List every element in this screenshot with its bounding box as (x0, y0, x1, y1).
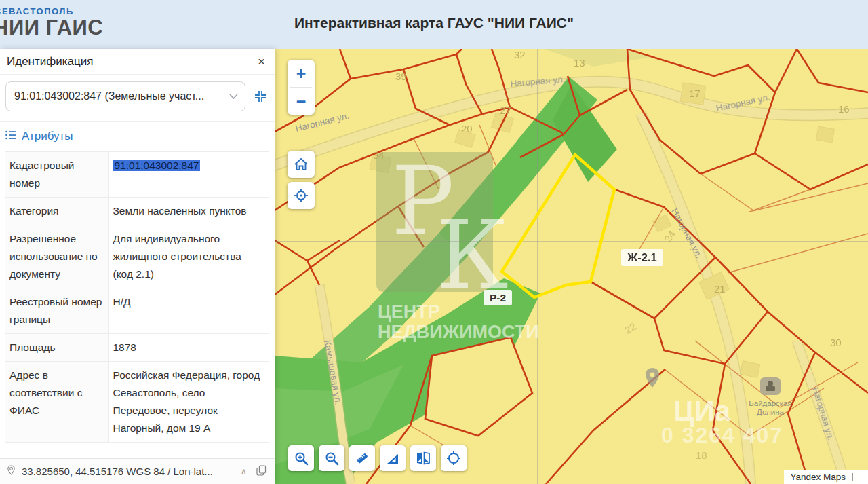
collapse-panel-icon[interactable] (253, 89, 268, 104)
zone-label-r2: Р-2 (484, 290, 512, 305)
home-icon (294, 157, 309, 171)
svg-text:ЦЕНТР: ЦЕНТР (378, 301, 440, 322)
zoom-out-button[interactable]: − (288, 88, 315, 115)
attr-value: Для индивидуального жилищного строительс… (108, 225, 269, 288)
attributes-table: Кадастровый номер 91:01:043002:847 Катег… (5, 151, 269, 443)
svg-text:17: 17 (689, 88, 701, 99)
object-select-value: 91:01:043002:847 (Земельные участ... (14, 90, 225, 103)
highlighted-cadastral-number[interactable]: 91:01:043002:847 (113, 160, 201, 171)
table-row: Адрес в соответствии с ФИАС Российская Ф… (5, 362, 269, 443)
locate-icon (294, 188, 309, 203)
svg-text:20: 20 (461, 123, 473, 134)
location-icon (7, 465, 16, 478)
svg-text:ЦИа: ЦИа (673, 395, 731, 427)
svg-text:39: 39 (395, 71, 407, 82)
tool-zoom-in-button[interactable] (288, 445, 314, 471)
svg-text:13: 13 (574, 57, 585, 69)
compare-layers-icon (416, 451, 431, 465)
panel-header: Идентификация × (0, 49, 275, 75)
attr-value: 1878 (108, 334, 269, 362)
poi-name-line2: Долина (757, 408, 785, 416)
coordinates-text: 33.825650, 44.515176 WGS 84 / Lon-lat... (22, 466, 240, 477)
page-title: Интерактивная карта ГАУС "НИИ ГАИС" (294, 15, 574, 31)
attr-value: Земли населенных пунктов (108, 198, 269, 225)
attr-label: Кадастровый номер (5, 152, 108, 198)
table-row: Категория Земли населенных пунктов (5, 198, 269, 225)
zoom-control: + − (288, 60, 315, 115)
tool-measure-area-button[interactable] (380, 445, 406, 471)
table-row: Реестровый номер границы Н/Д (5, 288, 269, 334)
attr-label: Адрес в соответствии с ФИАС (5, 362, 108, 443)
tool-coordinates-button[interactable] (441, 445, 467, 471)
tool-measure-distance-button[interactable] (349, 445, 375, 471)
object-selector-row: 91:01:043002:847 (Земельные участ... (0, 75, 275, 122)
svg-text:Ж-2.1: Ж-2.1 (627, 251, 656, 263)
svg-text:27: 27 (500, 105, 511, 116)
svg-text:32: 32 (514, 49, 526, 60)
attr-value: Н/Д (108, 288, 269, 334)
svg-text:18: 18 (696, 449, 707, 461)
copy-icon[interactable] (256, 465, 267, 479)
top-header: СЕВАСТОПОЛЬ НИИ ГАИС Интерактивная карта… (0, 0, 868, 49)
chevron-down-icon (229, 91, 238, 102)
tool-zoom-out-button[interactable] (319, 445, 344, 471)
watermark-rk-logo: Р К (376, 147, 509, 310)
coordinates-statusbar: 33.825650, 44.515176 WGS 84 / Lon-lat...… (0, 458, 275, 484)
app-root: СЕВАСТОПОЛЬ НИИ ГАИС Интерактивная карта… (0, 0, 868, 484)
svg-text:21: 21 (714, 283, 726, 295)
attribution-separator (852, 473, 853, 481)
attr-label: Разрешенное использование по документу (5, 225, 108, 288)
aim-circle-icon (446, 451, 461, 466)
locate-button[interactable] (288, 182, 315, 209)
table-row: Площадь 1878 (5, 334, 269, 362)
attr-value: Российская Федерация, город Севастополь,… (108, 362, 269, 443)
svg-text:30: 30 (830, 337, 842, 348)
poi-name-line1: Байдарская (749, 399, 792, 407)
tool-compare-layers-button[interactable] (410, 445, 436, 471)
svg-text:Р-2: Р-2 (490, 292, 506, 303)
home-button[interactable] (288, 151, 315, 178)
svg-text:НЕДВИЖИМОСТИ: НЕДВИЖИМОСТИ (378, 322, 539, 342)
list-icon (5, 130, 16, 143)
logo-city-text: СЕВАСТОПОЛЬ (0, 7, 103, 16)
cadastral-map-layers: Р К ЦЕНТР НЕДВИЖИМОСТИ ЦИа 0 3264 407 (275, 49, 868, 484)
panel-title: Идентификация (7, 55, 93, 69)
attributes-link[interactable]: Атрибуты (22, 130, 73, 143)
close-icon[interactable]: × (258, 55, 265, 68)
svg-text:16: 16 (838, 103, 850, 115)
object-select[interactable]: 91:01:043002:847 (Земельные участ... (5, 81, 245, 111)
map-attribution[interactable]: Yandex Maps (784, 470, 868, 484)
magnifier-minus-icon (325, 451, 339, 466)
zoom-in-button[interactable]: + (288, 60, 315, 87)
svg-text:0 3264 407: 0 3264 407 (661, 423, 783, 447)
svg-text:34: 34 (373, 149, 384, 161)
attribution-text: Yandex Maps (790, 472, 846, 482)
set-square-icon (386, 451, 400, 466)
attr-label: Площадь (5, 334, 108, 362)
logo-org-text: НИИ ГАИС (0, 17, 103, 38)
attr-value: 91:01:043002:847 (108, 152, 269, 198)
site-logo: СЕВАСТОПОЛЬ НИИ ГАИС (0, 7, 103, 38)
ruler-icon (355, 451, 370, 466)
chevron-up-icon[interactable]: ∧ (240, 466, 247, 477)
table-row: Кадастровый номер 91:01:043002:847 (5, 152, 269, 198)
identification-panel: Идентификация × 91:01:043002:847 (Земель… (0, 49, 275, 484)
map-canvas[interactable]: Р К ЦЕНТР НЕДВИЖИМОСТИ ЦИа 0 3264 407 (275, 49, 868, 484)
magnifier-plus-icon (294, 451, 309, 466)
attributes-header: Атрибуты (0, 122, 275, 150)
map-toolbar (288, 445, 467, 471)
attr-label: Категория (5, 198, 108, 225)
table-row: Разрешенное использование по документу Д… (5, 225, 269, 288)
zone-label-zh21: Ж-2.1 (621, 249, 663, 266)
attr-label: Реестровый номер границы (5, 288, 108, 334)
